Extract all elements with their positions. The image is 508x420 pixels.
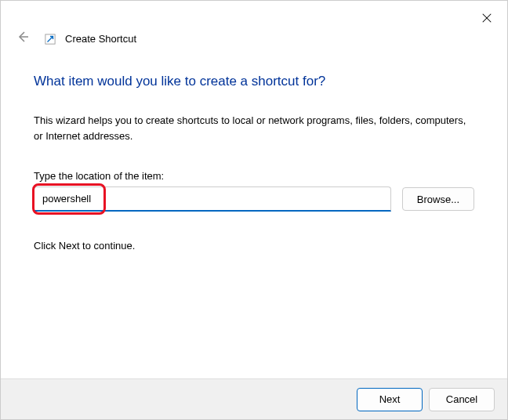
next-button[interactable]: Next — [357, 388, 423, 411]
footer: Next Cancel — [1, 378, 507, 419]
back-arrow-icon[interactable] — [13, 31, 32, 47]
browse-button[interactable]: Browse... — [402, 187, 474, 211]
continue-text: Click Next to continue. — [34, 240, 474, 252]
close-button[interactable] — [477, 9, 496, 27]
description-text: This wizard helps you to create shortcut… — [34, 113, 474, 143]
window-title: Create Shortcut — [65, 33, 136, 45]
input-row: Browse... — [34, 186, 474, 212]
input-wrapper — [34, 186, 391, 212]
header: Create Shortcut — [1, 1, 507, 47]
location-input-label: Type the location of the item: — [34, 170, 474, 182]
content-area: What item would you like to create a sho… — [1, 74, 507, 252]
shortcut-icon — [45, 34, 56, 45]
main-heading: What item would you like to create a sho… — [34, 74, 474, 89]
location-input[interactable] — [34, 186, 391, 212]
cancel-button[interactable]: Cancel — [429, 388, 495, 411]
